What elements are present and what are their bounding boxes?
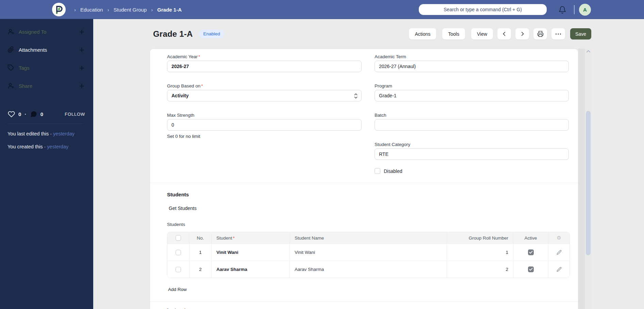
students-table: No. Student* Student Name Group Roll Num… [167, 232, 570, 278]
get-students-button[interactable]: Get Students [168, 205, 197, 212]
row-select-checkbox[interactable] [176, 250, 181, 255]
edit-row-button[interactable] [557, 267, 562, 272]
header-active: Active [513, 232, 548, 244]
add-attachment-button[interactable]: + [79, 46, 85, 53]
sidebar-item-label: Assigned To [19, 29, 46, 35]
app-logo-icon[interactable] [52, 3, 66, 16]
save-button[interactable]: Save [570, 28, 591, 39]
view-button[interactable]: View [471, 28, 493, 39]
sidebar-item-attachments[interactable]: Attachments + [7, 44, 85, 55]
sidebar-item-tags[interactable]: Tags + [7, 62, 85, 74]
likes-count: 0 [18, 111, 21, 117]
navbar-divider [574, 5, 575, 14]
header-student: Student* [211, 232, 290, 244]
breadcrumb-grade-1a[interactable]: Grade 1-A [157, 7, 182, 13]
logo-glyph [54, 5, 63, 14]
disabled-checkbox[interactable] [375, 168, 380, 174]
row-number: 2 [189, 261, 211, 278]
student-cell[interactable]: Aarav Sharma [211, 261, 290, 278]
edit-row-button[interactable] [557, 250, 562, 255]
gear-icon: ⚙ [557, 235, 561, 241]
students-section-heading: Students [167, 192, 578, 197]
status-badge: Enabled [199, 30, 225, 38]
group-based-on-value: Activity [171, 93, 189, 98]
academic-term-input[interactable] [375, 61, 569, 72]
group-based-on-select[interactable]: Activity [167, 90, 362, 101]
active-checkbox[interactable] [528, 249, 534, 255]
sidebar-item-label: Share [19, 83, 32, 89]
max-strength-input[interactable] [167, 119, 362, 131]
ellipsis-icon [555, 33, 561, 35]
students-grid-label: Students [167, 222, 578, 227]
field-label-student-category: Student Category [375, 142, 569, 147]
check-icon [529, 251, 533, 254]
document-follow-bar: 0 · 0 FOLLOW [7, 111, 85, 118]
more-menu-button[interactable] [551, 28, 565, 39]
student-name-cell: Aarav Sharma [290, 261, 447, 278]
batch-input[interactable] [375, 119, 569, 131]
sidebar-divider [7, 124, 84, 124]
students-section: Students Get Students Students No. Stude… [150, 183, 578, 302]
student-cell[interactable]: Vinit Wani [211, 244, 290, 261]
created-time-link[interactable]: yesterday [47, 144, 68, 149]
add-tag-button[interactable]: + [79, 64, 85, 71]
details-section: Academic Year* Group Based on* Activity … [150, 49, 578, 183]
paperclip-icon [7, 46, 14, 53]
pencil-icon [557, 267, 562, 272]
field-label-max-strength: Max Strength [167, 113, 362, 118]
disabled-checkbox-row[interactable]: Disabled [375, 168, 569, 174]
created-info: You created this · yesterday [7, 143, 80, 151]
fields-column-left: Academic Year* Group Based on* Activity … [167, 54, 362, 139]
follow-button[interactable]: FOLLOW [65, 112, 85, 117]
select-all-checkbox[interactable] [176, 235, 181, 241]
breadcrumb-student-group[interactable]: Student Group [114, 7, 147, 13]
comment-bubble-icon[interactable] [30, 111, 37, 118]
sidebar-item-share[interactable]: Share + [7, 80, 85, 92]
chevron-right-icon: › [74, 7, 76, 13]
add-row-button[interactable]: Add Row [168, 287, 187, 292]
select-caret-icon [354, 93, 358, 99]
section-heading-instructors: Instructors [167, 307, 578, 309]
print-button[interactable] [533, 28, 547, 39]
table-row[interactable]: 2 Aarav Sharma Aarav Sharma 2 [167, 261, 569, 278]
scroll-up-arrow-icon[interactable] [586, 50, 591, 53]
navbar: › Education › Student Group › Grade 1-A … [0, 0, 644, 19]
active-checkbox[interactable] [528, 266, 534, 272]
table-row[interactable]: 1 Vinit Wani Vinit Wani 1 [167, 244, 569, 261]
sidebar-item-assigned-to[interactable]: Assigned To + [7, 26, 85, 37]
last-edited-time-link[interactable]: yesterday [53, 131, 75, 136]
chevron-right-icon [520, 31, 525, 36]
breadcrumb-education[interactable]: Education [80, 7, 103, 13]
comments-count: 0 [40, 111, 43, 117]
tools-button[interactable]: Tools [442, 28, 465, 39]
next-document-button[interactable] [515, 28, 529, 39]
add-share-button[interactable]: + [79, 82, 85, 89]
chevron-right-icon: › [151, 7, 153, 13]
prev-document-button[interactable] [497, 28, 511, 39]
global-search-input[interactable] [419, 4, 547, 15]
notifications-bell-button[interactable] [558, 5, 568, 15]
row-select-checkbox[interactable] [176, 267, 181, 272]
actions-button[interactable]: Actions [409, 28, 436, 39]
header-select-cell [167, 232, 189, 244]
user-avatar[interactable]: A [579, 4, 591, 16]
heart-icon[interactable] [7, 111, 15, 118]
field-label-academic-year: Academic Year* [167, 54, 362, 59]
student-category-input[interactable] [375, 148, 569, 160]
program-input[interactable] [375, 90, 569, 101]
last-edited-info: You last edited this · yesterday [7, 130, 80, 138]
scrollbar-thumb[interactable] [586, 111, 591, 255]
avatar-letter: A [583, 7, 587, 13]
breadcrumb: › Education › Student Group › Grade 1-A [74, 0, 182, 19]
field-label-program: Program [375, 83, 569, 88]
field-label-academic-term: Academic Term [375, 54, 569, 59]
created-label: You created this · [7, 144, 46, 149]
header-settings-cell[interactable]: ⚙ [548, 232, 569, 244]
page-title: Grade 1-A [153, 29, 193, 39]
check-icon [529, 268, 533, 271]
page-scrollbar[interactable] [585, 49, 592, 309]
required-marker: * [233, 235, 235, 241]
academic-year-input[interactable] [167, 61, 362, 72]
tag-icon [7, 64, 14, 71]
add-assignment-button[interactable]: + [79, 28, 85, 35]
